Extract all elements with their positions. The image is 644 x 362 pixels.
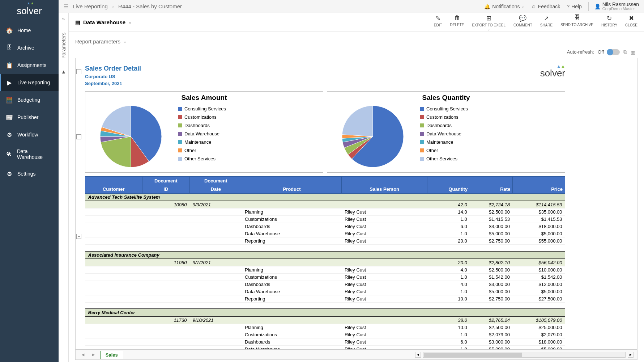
report-scroll[interactable]: – – – Sales Order Detail Corporate US Se… xyxy=(76,58,637,349)
popout-icon[interactable]: ⧉ xyxy=(623,49,627,55)
archive-icon: 🗄 xyxy=(574,14,580,22)
col-product: Product xyxy=(242,185,342,194)
scroll-right-icon[interactable]: ► xyxy=(628,352,634,358)
sidebar-item-settings[interactable]: ⚙Settings xyxy=(0,165,59,182)
sidebar-item-budgeting[interactable]: 🧮Budgeting xyxy=(0,91,59,109)
legend-item: Maintenance xyxy=(420,139,563,145)
user-role: CorpDemo Master xyxy=(602,7,639,11)
line-row: CustomizationsRiley Cust1.0$2,079.00$2,0… xyxy=(85,331,565,338)
edit-button[interactable]: ✎EDIT xyxy=(434,14,442,30)
auto-refresh-state: Off xyxy=(598,49,604,55)
sidebar-item-label: Live Reporting xyxy=(17,80,50,85)
chevron-down-icon: ⌄ xyxy=(123,39,127,44)
legend-swatch xyxy=(178,157,182,161)
auto-refresh-toggle[interactable] xyxy=(607,49,620,55)
breadcrumb: Live Reporting › R444 - Sales by Custome… xyxy=(73,3,484,9)
report-brand-logo: ▲▲ solver xyxy=(540,65,565,79)
collapse-handle[interactable]: – xyxy=(76,69,81,74)
edit-icon: ✎ xyxy=(435,14,440,22)
calc-icon: 🧮 xyxy=(6,96,13,104)
delete-icon: 🗑 xyxy=(454,14,460,22)
sidebar-item-label: Settings xyxy=(17,171,36,177)
pie-chart xyxy=(342,106,404,167)
filter-icon[interactable]: ▼ xyxy=(61,70,66,75)
legend-item: Data Warehouse xyxy=(178,131,321,136)
feedback-link[interactable]: ☺Feedback xyxy=(531,4,560,9)
help-link[interactable]: ?Help xyxy=(567,4,582,9)
breadcrumb-root[interactable]: Live Reporting xyxy=(73,3,108,9)
history-button[interactable]: ↻HISTORY xyxy=(601,14,617,30)
bell-icon: 🔔 xyxy=(484,4,490,9)
line-row: ReportingRiley Cust10.0$2,750.00$27,500.… xyxy=(85,295,565,302)
legend-swatch xyxy=(420,140,424,144)
report-title: Sales Order Detail xyxy=(85,65,141,72)
col-quantity: Quantity xyxy=(427,185,470,194)
export-button[interactable]: ⊞EXPORT TO EXCEL⌄ xyxy=(472,14,506,30)
expand-rail-icon[interactable]: » xyxy=(62,16,65,22)
legend-item: Consulting Services xyxy=(420,106,563,111)
user-menu[interactable]: 👤 Nils Rasmussen CorpDemo Master xyxy=(588,2,639,11)
collapse-handle[interactable]: – xyxy=(76,234,81,239)
sheet-tab-sales[interactable]: Sales xyxy=(100,351,123,359)
spacer-row xyxy=(85,245,565,251)
legend-swatch xyxy=(178,140,182,144)
comment-button[interactable]: 💬COMMENT xyxy=(513,14,532,30)
chevron-down-icon: ⌄ xyxy=(128,20,132,25)
report-parameters-toggle[interactable]: Report parameters ⌄ xyxy=(69,32,644,49)
horizontal-scrollbar[interactable] xyxy=(423,352,626,358)
export-icon: ⊞ xyxy=(486,14,491,22)
line-row: PlanningRiley Cust14.0$2,500.00$35,000.0… xyxy=(85,209,565,216)
legend-swatch xyxy=(420,115,424,119)
sidebar-item-assignments[interactable]: 📋Assignments xyxy=(0,56,59,74)
legend-item: Dashboards xyxy=(420,123,563,128)
sidebar-item-label: Home xyxy=(17,28,31,33)
smile-icon: ☺ xyxy=(531,4,536,9)
legend-item: Other xyxy=(178,148,321,153)
sidebar-item-live-reporting[interactable]: ▶Live Reporting xyxy=(0,74,59,91)
line-row: ReportingRiley Cust20.0$2,750.00$55,000.… xyxy=(85,237,565,245)
legend-item: Other Services xyxy=(178,156,321,161)
sheet-tabs: ◄ ► Sales ◄ ► xyxy=(76,349,637,359)
customer-row: Associated Insurance Company xyxy=(85,251,565,259)
pie-chart xyxy=(100,106,162,167)
document-row: 100809/3/202142.0$2,724.18$114,415.53 xyxy=(85,201,565,209)
legend-item: Customizations xyxy=(178,114,321,120)
document-row: 117309/10/202138.0$2,765.24$105,079.00 xyxy=(85,316,565,324)
sidebar-item-label: Budgeting xyxy=(17,97,40,103)
grid-view-icon[interactable]: ▦ xyxy=(631,49,635,55)
scroll-left-icon[interactable]: ◄ xyxy=(415,352,421,358)
sidebar-item-home[interactable]: 🏠Home xyxy=(0,22,59,39)
sheet-next-icon[interactable]: ► xyxy=(90,352,97,357)
archive-icon: 🗄 xyxy=(6,44,13,51)
wrench-icon: 🛠 xyxy=(6,151,13,158)
legend-swatch xyxy=(420,157,424,161)
sidebar-item-publisher[interactable]: 📰Publisher xyxy=(0,109,59,126)
legend-swatch xyxy=(178,107,182,111)
close-button[interactable]: ✖CLOSE xyxy=(625,14,637,30)
user-icon: 👤 xyxy=(594,4,601,9)
archive-button[interactable]: 🗄SEND TO ARCHIVE xyxy=(560,14,593,30)
sidebar-item-label: Workflow xyxy=(17,132,38,138)
delete-button[interactable]: 🗑DELETE xyxy=(450,14,464,30)
legend-item: Maintenance xyxy=(178,139,321,145)
sheet-prev-icon[interactable]: ◄ xyxy=(79,352,87,357)
play-icon: ▶ xyxy=(6,79,13,86)
legend-swatch xyxy=(420,123,424,127)
sidebar-item-workflow[interactable]: ⚙Workflow xyxy=(0,126,59,143)
notifications-menu[interactable]: 🔔Notifications⌄ xyxy=(484,4,524,9)
legend-swatch xyxy=(178,123,182,127)
sidebar-item-data-warehouse[interactable]: 🛠Data Warehouse xyxy=(0,143,59,165)
chart-title: Sales Quantity xyxy=(329,94,563,102)
main-toolbar: ▤ Data Warehouse ⌄ ✎EDIT🗑DELETE⊞EXPORT T… xyxy=(69,13,644,32)
legend-item: Other Services xyxy=(420,156,563,161)
share-button[interactable]: ↗SHARE xyxy=(540,14,553,30)
close-icon: ✖ xyxy=(629,14,634,22)
sidebar-item-archive[interactable]: 🗄Archive xyxy=(0,39,59,56)
legend-swatch xyxy=(178,148,182,152)
data-source-dropdown[interactable]: ▤ Data Warehouse ⌄ xyxy=(75,19,132,26)
auto-refresh-label: Auto-refresh: xyxy=(567,49,594,55)
collapse-handle[interactable]: – xyxy=(76,134,81,139)
report-period: September, 2021 xyxy=(85,81,141,86)
comment-icon: 💬 xyxy=(519,14,526,22)
hamburger-icon[interactable]: ☰ xyxy=(64,3,68,10)
